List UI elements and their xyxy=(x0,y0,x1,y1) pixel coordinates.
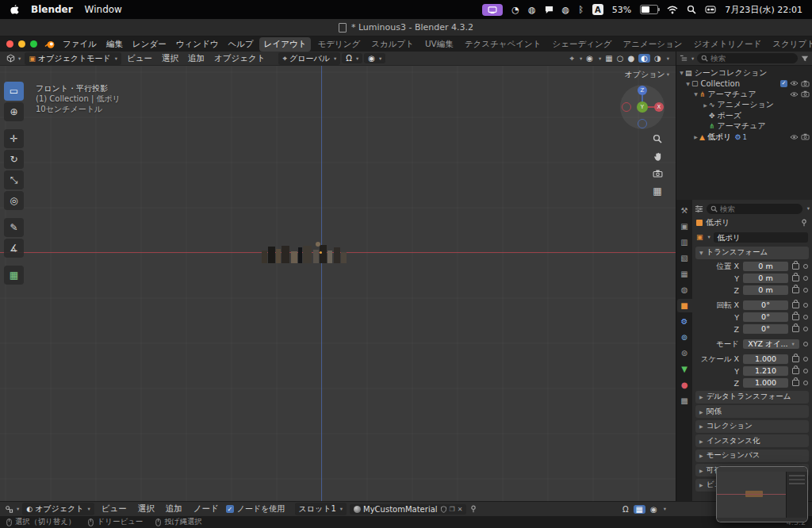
viewport-menu-select[interactable]: 選択 xyxy=(158,53,182,64)
object-name-field[interactable]: 低ポリ xyxy=(714,232,808,243)
overlays-toggle-icon[interactable]: ◉ xyxy=(586,54,593,63)
collection-checkbox[interactable]: ✓ xyxy=(780,80,787,87)
orientation-dropdown[interactable]: ⌖ グローバル ▾ xyxy=(278,52,340,65)
lock-icon[interactable] xyxy=(792,287,799,293)
lock-icon[interactable] xyxy=(792,368,799,374)
breadcrumb-object-name[interactable]: 低ポリ xyxy=(706,217,730,228)
battery-icon[interactable] xyxy=(640,5,658,14)
camera-view-icon[interactable] xyxy=(651,167,664,180)
shader-menu-node[interactable]: ノード xyxy=(190,503,223,515)
props-tab-object-data[interactable]: ▼ xyxy=(677,362,692,376)
workspace-tab-uv[interactable]: UV編集 xyxy=(420,37,458,52)
macos-app-menu[interactable]: Blender xyxy=(31,4,73,15)
mode-dropdown[interactable]: ▣ オブジェクトモード ▾ xyxy=(25,52,121,65)
unlink-material-icon[interactable]: ✕ xyxy=(458,506,463,513)
rotation-y-field[interactable]: 0° xyxy=(743,312,788,322)
properties-search[interactable] xyxy=(707,204,802,214)
pin-icon[interactable] xyxy=(469,505,477,513)
tool-select-box[interactable]: ▭ xyxy=(4,82,24,101)
props-tab-physics[interactable]: ⊚ xyxy=(677,331,692,344)
gizmo-x-ball[interactable]: X xyxy=(654,102,664,112)
outliner-search-input[interactable] xyxy=(710,54,794,63)
chat-menubar-icon[interactable] xyxy=(545,6,553,14)
workspace-tab-layout[interactable]: レイアウト xyxy=(259,37,312,52)
gizmo-z-ball[interactable]: Z xyxy=(638,86,647,95)
zoom-window-button[interactable] xyxy=(30,40,37,48)
location-z-field[interactable]: 0 m xyxy=(743,285,788,295)
hide-eye-icon[interactable] xyxy=(790,80,799,86)
lock-icon[interactable] xyxy=(792,326,799,332)
model-lowpoly[interactable] xyxy=(262,244,362,263)
menu-render[interactable]: レンダー xyxy=(128,39,171,50)
control-center-icon[interactable] xyxy=(705,6,716,13)
viewport-menu-view[interactable]: ビュー xyxy=(123,53,156,64)
editor-type-3dview-icon[interactable]: ▾ xyxy=(4,54,23,63)
section-collections[interactable]: ▶コレクション xyxy=(695,420,809,433)
tool-transform[interactable]: ◎ xyxy=(4,191,24,210)
viewport-menu-object[interactable]: オブジェクト xyxy=(210,53,269,64)
shading-solid-icon[interactable]: ● xyxy=(628,54,635,63)
rotation-z-field[interactable]: 0° xyxy=(743,324,788,334)
gizmo-neg-z-ball[interactable] xyxy=(638,119,647,128)
lock-icon[interactable] xyxy=(792,314,799,320)
snap-dropdown[interactable]: Ω ▾ xyxy=(342,53,362,63)
render-visibility-icon[interactable] xyxy=(801,133,810,140)
tool-cursor[interactable]: ⊕ xyxy=(4,102,24,121)
gizmos-toggle-icon[interactable]: ⌖ xyxy=(569,54,574,63)
render-visibility-icon[interactable] xyxy=(801,90,810,98)
menu-file[interactable]: ファイル xyxy=(58,39,102,50)
location-y-field[interactable]: 0 m xyxy=(743,274,788,283)
clock-menubar-icon[interactable]: ◔ xyxy=(511,5,519,15)
tool-move[interactable]: ✛ xyxy=(4,129,24,148)
minimize-window-button[interactable] xyxy=(18,40,25,48)
outliner-row-collection[interactable]: ▼ ▢ Collection ✓ xyxy=(676,78,812,90)
transform-section-header[interactable]: ▼ トランスフォーム xyxy=(695,247,809,259)
props-tab-output[interactable]: ▥ xyxy=(677,235,692,249)
workspace-tab-shading[interactable]: シェーディング xyxy=(548,37,617,52)
tool-measure[interactable]: ∡ xyxy=(4,239,24,258)
menu-help[interactable]: ヘルプ xyxy=(223,39,258,50)
animate-dot[interactable] xyxy=(803,381,808,385)
lock-icon[interactable] xyxy=(792,380,799,386)
workspace-tab-animation[interactable]: アニメーション xyxy=(619,37,688,52)
shader-snap-icon[interactable]: Ω xyxy=(622,505,629,514)
shader-menu-add[interactable]: 追加 xyxy=(162,503,186,515)
outliner-search[interactable] xyxy=(697,53,798,63)
pin-icon[interactable] xyxy=(800,219,808,227)
animate-dot[interactable] xyxy=(803,288,808,293)
animate-dot[interactable] xyxy=(803,303,808,308)
hide-eye-icon[interactable] xyxy=(790,91,799,98)
section-motion-paths[interactable]: ▶モーションパス xyxy=(695,450,809,462)
camera-menubar-icon[interactable]: ◍ xyxy=(562,5,570,15)
lock-icon[interactable] xyxy=(792,263,799,270)
fake-user-shield-icon[interactable] xyxy=(440,506,447,513)
outliner-row-pose[interactable]: ✥ ポーズ xyxy=(676,110,812,121)
workspace-tab-texture-paint[interactable]: テクスチャペイント xyxy=(460,37,546,52)
section-relations[interactable]: ▶関係 xyxy=(695,405,809,418)
macos-window-menu[interactable]: Window xyxy=(85,4,122,15)
outliner-row-animation[interactable]: ▶ ∿ アニメーション xyxy=(676,100,812,111)
pan-hand-icon[interactable] xyxy=(651,150,664,163)
screen-mirroring-indicator[interactable] xyxy=(482,4,503,16)
viewport-options-dropdown[interactable]: オプション▾ xyxy=(625,69,669,80)
material-datablock[interactable]: MyCustomMaterial ❐ ✕ xyxy=(350,504,466,515)
workspace-tab-modeling[interactable]: モデリング xyxy=(312,37,365,52)
section-delta-transform[interactable]: ▶デルタトランスフォーム xyxy=(695,391,809,404)
scale-x-field[interactable]: 1.000 xyxy=(743,354,788,364)
scale-z-field[interactable]: 1.000 xyxy=(743,378,788,388)
animate-dot[interactable] xyxy=(803,264,808,269)
tool-scale[interactable]: ⤡ xyxy=(4,170,24,189)
gizmo-neg-x-ball[interactable] xyxy=(622,102,631,112)
editor-type-shader-icon[interactable]: ▾ xyxy=(5,505,19,514)
shading-material-icon[interactable]: ◐ xyxy=(638,54,650,63)
bluetooth-icon[interactable]: ᛒ xyxy=(578,5,584,15)
editor-type-outliner-icon[interactable]: ▾ xyxy=(680,54,694,63)
viewport-menu-add[interactable]: 追加 xyxy=(184,53,209,64)
close-window-button[interactable] xyxy=(6,40,13,48)
lock-icon[interactable] xyxy=(792,302,799,308)
outliner-row-armature-data[interactable]: ⋔ アーマチュア xyxy=(676,121,812,132)
workspace-tab-geometry-nodes[interactable]: ジオメトリノード xyxy=(688,37,766,52)
props-tab-view-layer[interactable]: ▧ xyxy=(677,251,692,265)
props-tab-tool[interactable]: ⚒ xyxy=(677,204,692,217)
animate-dot[interactable] xyxy=(803,276,808,281)
